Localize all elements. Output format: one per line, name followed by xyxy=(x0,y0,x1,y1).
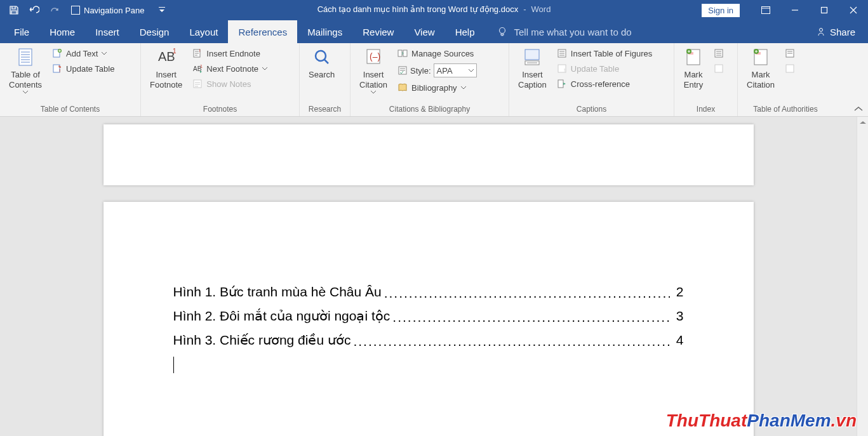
collapse-ribbon-button[interactable] xyxy=(854,106,863,112)
citation-style-selector[interactable]: Style: APA xyxy=(395,62,479,79)
share-icon xyxy=(816,27,826,37)
next-footnote-button[interactable]: AB1 Next Footnote xyxy=(190,62,270,75)
tab-layout[interactable]: Layout xyxy=(179,20,228,43)
chevron-down-icon xyxy=(371,91,376,94)
endnote-icon: i xyxy=(192,48,203,58)
table-of-contents-button[interactable]: Table of Contents xyxy=(5,46,46,105)
tof-entry-text: Hình 3. Chiếc rương điều ước xyxy=(173,333,351,348)
title-bar: Navigation Pane Cách tạo danh mục hình ả… xyxy=(0,0,868,20)
previous-page[interactable] xyxy=(103,124,754,185)
group-label: Citations & Bibliography xyxy=(356,105,504,115)
svg-rect-37 xyxy=(786,65,794,72)
tell-me-search[interactable]: Tell me what you want to do xyxy=(497,20,632,43)
tab-references[interactable]: References xyxy=(228,20,297,43)
svg-rect-19 xyxy=(398,50,402,56)
insert-citation-button[interactable]: (–) Insert Citation xyxy=(356,46,391,105)
quick-access-toolbar: Navigation Pane xyxy=(0,1,166,19)
manage-sources-button[interactable]: Manage Sources xyxy=(395,47,479,60)
update-caption-table-button: ! Update Table xyxy=(554,62,655,75)
tab-mailings[interactable]: Mailings xyxy=(297,20,352,43)
navigation-pane-toggle[interactable]: Navigation Pane xyxy=(71,6,144,15)
tab-help[interactable]: Help xyxy=(445,20,485,43)
save-button[interactable] xyxy=(5,1,23,19)
svg-point-2 xyxy=(499,28,505,34)
sign-in-button[interactable]: Sign in xyxy=(702,4,740,17)
group-captions: Insert Caption Insert Table of Figures !… xyxy=(509,43,674,116)
update-icon: ! xyxy=(557,63,567,74)
navigation-pane-label: Navigation Pane xyxy=(84,6,144,15)
window-title: Cách tạo danh mục hình ảnh trong Word tự… xyxy=(317,4,551,14)
svg-rect-22 xyxy=(525,50,539,60)
insert-caption-button[interactable]: Insert Caption xyxy=(514,46,551,105)
tof-entry[interactable]: Hình 3. Chiếc rương điều ước 4 xyxy=(173,333,684,348)
tab-view[interactable]: View xyxy=(404,20,444,43)
text-cursor xyxy=(173,357,174,373)
bibliography-button[interactable]: Bibliography xyxy=(395,81,479,94)
redo-button[interactable] xyxy=(46,1,63,19)
tab-review[interactable]: Review xyxy=(352,20,404,43)
tof-leader-dots xyxy=(384,286,670,301)
undo-button[interactable] xyxy=(25,1,43,19)
insert-footnote-button[interactable]: AB1 Insert Footnote xyxy=(146,46,186,105)
document-area[interactable]: Hình 1. Bức tranh mùa hè Châu Âu 2 Hình … xyxy=(0,117,857,436)
svg-point-16 xyxy=(316,51,326,61)
tof-entry[interactable]: Hình 2. Đôi mắt của người ngoại tộc 3 xyxy=(173,308,684,324)
update-toa-button xyxy=(782,62,798,75)
insert-endnote-button[interactable]: i Insert Endnote xyxy=(190,47,270,60)
style-dropdown[interactable]: APA xyxy=(434,63,477,77)
add-text-icon xyxy=(52,48,62,58)
group-label: Footnotes xyxy=(146,105,294,115)
close-button[interactable] xyxy=(839,0,868,20)
tof-leader-dots xyxy=(392,310,670,325)
title-right-controls: Sign in xyxy=(702,0,868,20)
group-research: Search Research xyxy=(300,43,351,116)
svg-rect-1 xyxy=(822,8,827,13)
tab-design[interactable]: Design xyxy=(130,20,180,43)
qat-customize-dropdown[interactable] xyxy=(158,6,166,14)
cross-reference-button[interactable]: Cross-reference xyxy=(554,77,655,90)
tof-entry-page: 3 xyxy=(672,308,684,324)
update-toc-button[interactable]: ! Update Table xyxy=(50,62,117,75)
tab-file[interactable]: File xyxy=(4,20,39,43)
bibliography-icon xyxy=(397,83,408,93)
update-toa-icon xyxy=(785,63,795,74)
svg-rect-0 xyxy=(762,7,770,14)
tof-entry-page: 2 xyxy=(672,284,684,300)
add-text-button[interactable]: Add Text xyxy=(50,47,117,60)
tof-leader-dots xyxy=(353,334,670,349)
ribbon-display-options-button[interactable] xyxy=(751,0,780,20)
search-button[interactable]: Search xyxy=(305,46,338,105)
tof-entry-page: 4 xyxy=(672,333,684,348)
tab-home[interactable]: Home xyxy=(39,20,85,43)
insert-index-button[interactable] xyxy=(711,47,726,60)
chevron-down-icon xyxy=(461,86,466,89)
chevron-down-icon xyxy=(469,69,474,72)
svg-text:1: 1 xyxy=(200,64,203,69)
current-page[interactable]: Hình 1. Bức tranh mùa hè Châu Âu 2 Hình … xyxy=(103,202,754,436)
insert-toa-button[interactable] xyxy=(782,47,798,60)
cross-ref-icon xyxy=(557,79,567,89)
search-icon xyxy=(312,47,332,67)
vertical-scrollbar[interactable] xyxy=(857,117,868,436)
style-label: Style: xyxy=(410,66,431,76)
group-footnotes: AB1 Insert Footnote i Insert Endnote AB1… xyxy=(141,43,300,116)
mark-citation-button[interactable]: Mark Citation xyxy=(743,46,778,105)
svg-rect-27 xyxy=(558,80,563,88)
tof-entry-text: Hình 1. Bức tranh mùa hè Châu Âu xyxy=(173,284,382,300)
share-button[interactable]: Share xyxy=(803,20,868,43)
mark-entry-button[interactable]: Mark Entry xyxy=(679,46,707,105)
insert-table-of-figures-button[interactable]: Insert Table of Figures xyxy=(554,47,655,60)
group-label: Index xyxy=(679,105,732,115)
minimize-button[interactable] xyxy=(780,0,810,20)
next-footnote-icon: AB1 xyxy=(192,63,203,74)
citation-icon: (–) xyxy=(363,47,384,67)
tab-insert[interactable]: Insert xyxy=(85,20,130,43)
update-index-icon xyxy=(714,63,724,74)
checkbox-icon xyxy=(71,6,80,15)
scroll-up-button[interactable] xyxy=(857,117,868,128)
group-citations: (–) Insert Citation Manage Sources Style… xyxy=(351,43,509,116)
maximize-button[interactable] xyxy=(810,0,839,20)
chevron-down-icon xyxy=(102,52,107,55)
tof-entry[interactable]: Hình 1. Bức tranh mùa hè Châu Âu 2 xyxy=(173,284,684,300)
index-icon xyxy=(714,48,724,58)
